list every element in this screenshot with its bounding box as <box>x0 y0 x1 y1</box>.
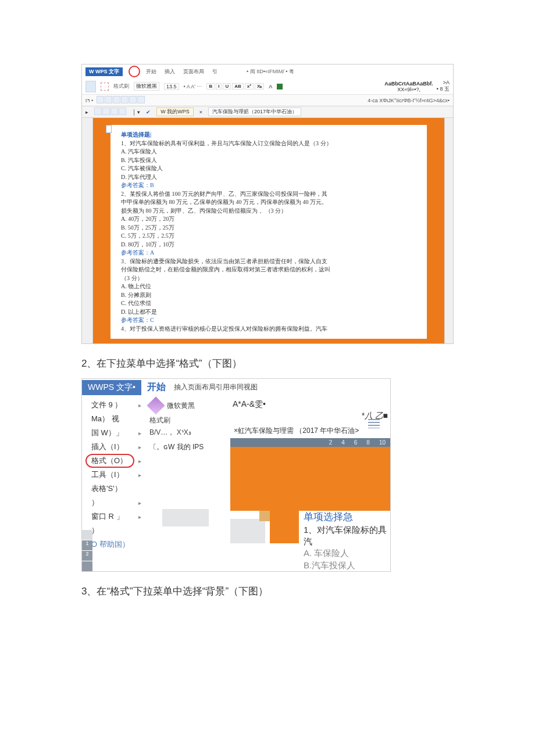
style-preview-1[interactable]: AaBbCrtAaBAaBbf. <box>384 81 433 87</box>
menu-format[interactable]: 格式（O）▸ <box>82 454 146 468</box>
qa-icon[interactable] <box>102 108 110 115</box>
font-name-2[interactable]: 微软黄黑 <box>167 402 195 410</box>
editor-canvas: 单项选择题| 1、对汽车保险标的具有可保利益，并且与汽车保险人订立保险合同的人是… <box>82 118 453 343</box>
ruler-tick: 6 <box>354 439 358 446</box>
highlight-circle-icon <box>129 66 140 77</box>
style-preview-2: XX«9l«•?, <box>397 87 420 92</box>
menu-view-2[interactable]: 国 W）」▸ <box>82 426 146 440</box>
doc-tab-mywps[interactable]: W 我的WPS <box>156 108 194 116</box>
ruler-tick: 4 <box>341 439 345 446</box>
page-background: 单项选择题| 1、对汽车保险标的具有可保利益，并且与汽车保险人订立保险合同的人是… <box>93 118 444 343</box>
menu-file[interactable]: 文件 9 ）▸ <box>82 398 146 412</box>
q2-opt-d: D. 80万，10万，10万 <box>121 241 416 249</box>
q1-answer: 参考答案：B <box>121 181 416 190</box>
q3-opt-b: B. 分摊原则 <box>121 291 416 300</box>
qa-icon[interactable] <box>94 108 102 115</box>
menu-view-1[interactable]: Ma） 视 <box>82 412 146 426</box>
q2-opt-b: B. 50万，25万，25万 <box>121 224 416 232</box>
qa-icon[interactable] <box>105 96 112 103</box>
tab-close-icon[interactable]: × <box>199 109 202 115</box>
ruler-tick: 8 <box>366 439 370 446</box>
grey-placeholder-icon <box>230 519 265 543</box>
classic-menu[interactable]: 文件 9 ）▸ Ma） 视 国 W）」▸ 插入（I）▸ 格式（O）▸ 工具（I）… <box>82 396 146 571</box>
font-line[interactable]: B/V…， XˢX₃ <box>146 427 230 439</box>
font-size-box[interactable]: 13.5 <box>164 83 179 90</box>
tab-ref[interactable]: 引 <box>212 68 217 76</box>
strip-cell[interactable]: 1 <box>82 540 92 550</box>
qa-icon[interactable] <box>137 96 145 103</box>
wps-logo-2: WWPS 文字• <box>82 380 141 395</box>
style-arrow[interactable]: >A <box>443 80 450 85</box>
font-style-buttons[interactable]: B I U AB x² X₂ <box>206 83 264 89</box>
font-color-swatch-icon[interactable] <box>277 84 283 89</box>
font-hint: • A A' ⋯ <box>184 84 202 89</box>
wps-window-1: W WPS 文字 开始 插入 页面布局 引 • 阅 ItD•«IFMIM/ • … <box>81 64 454 344</box>
strip-cell[interactable]: 2 <box>82 550 92 561</box>
tab-insert[interactable]: 插入 <box>165 68 175 76</box>
strip-cell[interactable] <box>82 561 92 571</box>
font-color-label[interactable]: A <box>269 84 272 89</box>
ruler-tick: 2 <box>329 439 333 446</box>
tab-start[interactable]: 开始 <box>146 68 156 76</box>
grey-placeholder-icon <box>162 509 209 526</box>
title-extra: • 阅 ItD•«IFMIM/ • 粤 <box>247 68 294 76</box>
q3-answer: 参考答案：C <box>121 316 416 325</box>
cut-icon[interactable] <box>101 83 109 91</box>
step-3-caption: 3、在“格式”下拉菜单中选择“背景”（下图） <box>81 585 454 598</box>
q3-line3: （3 分） <box>121 274 416 283</box>
list-icon[interactable] <box>368 419 380 428</box>
ribbon-row: 格式刷 微软雅黑 13.5 • A A' ⋯ B I U AB x² X₂ A … <box>82 78 453 95</box>
page-bg-preview <box>230 447 390 511</box>
left-tab-strip[interactable]: 1 2 <box>82 529 92 571</box>
doc-tab-active[interactable]: 汽车保险与理赔（2017年中华石油） <box>208 108 301 116</box>
menu-tools[interactable]: 工具（I）▸ <box>82 468 146 482</box>
q1-opt-c: C. 汽车被保险人 <box>121 164 416 173</box>
sub-button[interactable]: X₂ <box>255 83 264 89</box>
format-brush-icon[interactable] <box>147 396 165 414</box>
qa-icon[interactable] <box>119 108 126 115</box>
q1: 1、对汽车保险标的具有可保利益，并且与汽车保险人订立保险合同的人是（3 分） <box>121 139 416 148</box>
qa-icon[interactable] <box>97 96 104 103</box>
paste-icon[interactable] <box>85 81 96 92</box>
ribbon-center: 微软黄黑 格式刷 B/V…， XˢX₃ 〔。ɢW 我的 IPS <box>146 396 230 571</box>
q3-line2: 付保险赔偿之时，在赔偿金额的限度内，相应取得对第三者请求赔偿的权利，这叫 <box>121 266 416 274</box>
format-brush-label[interactable]: 格式刷 <box>113 83 129 90</box>
quick-access-icons[interactable] <box>97 96 145 105</box>
titlebar-2: WWPS 文字• 开始 抽入页面布局引用串同视图 <box>82 379 390 396</box>
style-line-2: *八 乙■ <box>230 411 390 424</box>
doc-peek: 单项选择急 1、对汽车保险标的具汽 A. 车保险人 B.汽车投保人 <box>230 511 390 571</box>
strike-button[interactable]: AB <box>232 83 244 89</box>
underline-button[interactable]: U <box>223 83 231 89</box>
qa-icon[interactable] <box>113 96 120 103</box>
titlebar: W WPS 文字 开始 插入 页面布局 引 • 阅 ItD•«IFMIM/ • … <box>82 65 453 78</box>
tabs-rest[interactable]: 抽入页面布局引用串同视图 <box>174 382 258 392</box>
q1-opt-b: B. 汽车投保人 <box>121 156 416 165</box>
scrollbar[interactable] <box>444 118 453 343</box>
doc-tabs-row: ▸ │ ▾ ✔ W 我的WPS × 汽车保险与理赔（2017年中华石油） <box>82 106 453 118</box>
ribbon-tabs[interactable]: 开始 插入 页面布局 引 <box>146 68 217 76</box>
mywps-tab[interactable]: 〔。ɢW 我的 IPS <box>146 439 230 453</box>
q1-opt-a: A. 汽车保险人 <box>121 148 416 156</box>
qa-icon[interactable] <box>129 96 137 103</box>
menu-table[interactable]: 表格'S'） <box>82 482 146 496</box>
format-brush-label-2[interactable]: 格式刷 <box>146 414 230 427</box>
doc-tab-title[interactable]: ×虹汽车保险与理需 （2017 年中华石油> <box>230 424 390 438</box>
menu-window[interactable]: 窗口 R 」▸ <box>82 510 146 524</box>
menu-insert[interactable]: 插入（I）▸ <box>82 440 146 454</box>
vertical-ruler <box>82 118 93 343</box>
strip-cell[interactable] <box>82 529 92 540</box>
qa-icon[interactable] <box>110 108 118 115</box>
horizontal-ruler: 2 4 6 8 10 <box>230 438 390 447</box>
sup-button[interactable]: x² <box>245 83 254 89</box>
tab-start-2[interactable]: 开始 <box>147 381 166 393</box>
q3-opt-c: C. 代位求偿 <box>121 299 416 308</box>
tab-layout[interactable]: 页面布局 <box>183 68 204 76</box>
menu-paren: ）▸ <box>82 496 146 510</box>
qa-icon[interactable] <box>121 96 129 103</box>
q2-line2: 中甲保单的保额为 80 万元，乙保单的保额为 40 万元，丙保单的保额为 40 … <box>121 198 416 207</box>
document-body[interactable]: 单项选择题| 1、对汽车保险标的具有可保利益，并且与汽车保险人订立保险合同的人是… <box>110 125 427 339</box>
italic-button[interactable]: I <box>216 83 222 89</box>
q2-line3: 损失额为 80 万元，则甲、乙、丙保险公司赔偿额应为 。（3 分） <box>121 207 416 216</box>
bold-button[interactable]: B <box>206 83 215 89</box>
font-name-box[interactable]: 微软雅黑 <box>134 82 159 91</box>
